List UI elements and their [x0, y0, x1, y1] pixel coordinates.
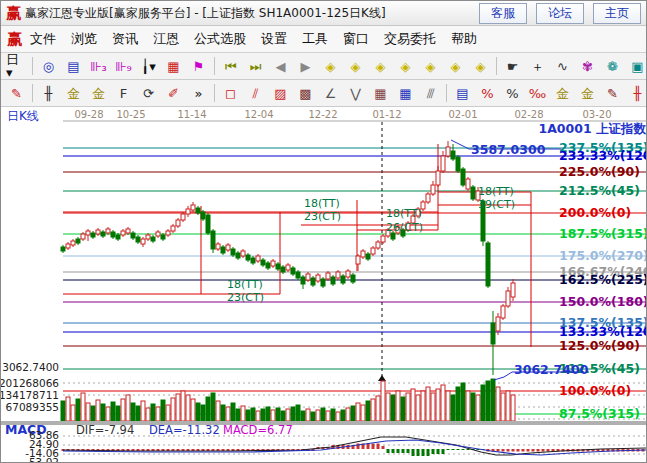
- menu-item-trade-order[interactable]: 交易委托: [377, 28, 443, 50]
- candle-body: [101, 232, 105, 236]
- gann-diamond-6-icon[interactable]: ◈: [444, 55, 467, 78]
- forum-button[interactable]: 论坛: [536, 3, 584, 24]
- menu-item-help[interactable]: 帮助: [444, 28, 484, 50]
- fan-lines-icon[interactable]: ⫽: [244, 82, 267, 105]
- cycle-annotation: 18(TT): [227, 278, 263, 291]
- prev-icon[interactable]: ◀: [269, 55, 292, 78]
- menu-item-browse[interactable]: 浏览: [64, 28, 104, 50]
- left-price-label: 3062.7400: [2, 361, 59, 373]
- draw-brush-icon[interactable]: ✎: [5, 82, 28, 105]
- candle-body: [371, 248, 375, 254]
- menu-item-settings[interactable]: 设置: [254, 28, 294, 50]
- candle-body: [451, 151, 455, 159]
- macd-hist-bar: [517, 449, 520, 452]
- quote-list-icon[interactable]: ▤: [62, 55, 85, 78]
- gann-gold-grid-icon[interactable]: 金: [62, 82, 85, 105]
- volume-bar: [101, 404, 105, 421]
- gold-circle-icon[interactable]: 金: [551, 82, 574, 105]
- volume-bar: [301, 411, 305, 421]
- volume-bar: [216, 401, 220, 421]
- rect-tool-icon[interactable]: ◻: [219, 82, 242, 105]
- gold-lines-icon[interactable]: 金: [576, 82, 599, 105]
- grid-box-blue-icon[interactable]: ▦: [394, 82, 417, 105]
- candle-body: [146, 235, 150, 239]
- price-ruler-icon[interactable]: ▤: [451, 82, 474, 105]
- hand-tool-icon[interactable]: ☛: [501, 55, 524, 78]
- zigzag-icon[interactable]: ⋁: [344, 82, 367, 105]
- gann-diamond-7-icon[interactable]: ◈: [469, 55, 492, 78]
- volume-bar: [476, 395, 480, 421]
- shaded-box-icon[interactable]: ▨: [269, 82, 292, 105]
- x-axis-date: 12-04: [244, 109, 273, 120]
- macd-hist-bar: [537, 449, 540, 452]
- next-icon[interactable]: ▶: [294, 55, 317, 78]
- spiral-icon[interactable]: ⟳: [137, 82, 160, 105]
- volume-bar: [211, 393, 215, 421]
- menu-item-tools[interactable]: 工具: [295, 28, 335, 50]
- percent-icon[interactable]: %: [501, 82, 524, 105]
- last-page-icon[interactable]: ⏭: [244, 55, 267, 78]
- brush2-icon[interactable]: ✎: [601, 82, 624, 105]
- hatch-box-icon[interactable]: ▩: [294, 82, 317, 105]
- gann-diamond-1-icon[interactable]: ◈: [319, 55, 342, 78]
- candle-body: [266, 263, 270, 268]
- gann-level-label: 233.33%(120): [559, 148, 647, 163]
- service-button[interactable]: 客服: [479, 3, 527, 24]
- trendline-icon[interactable]: ∿: [551, 55, 574, 78]
- analysis-icon[interactable]: ❁: [601, 55, 624, 78]
- candle-style-dropdown[interactable]: ╽▾: [137, 55, 160, 78]
- bars-3-icon[interactable]: ⊪₃: [87, 55, 110, 78]
- first-page-icon[interactable]: ⏮: [219, 55, 242, 78]
- pencil-grid-icon[interactable]: ✐: [162, 82, 185, 105]
- gann-diamond-5-icon[interactable]: ◈: [419, 55, 442, 78]
- gann-diamond-3-icon[interactable]: ◈: [369, 55, 392, 78]
- volume-bar: [281, 411, 285, 421]
- flag-icon[interactable]: ⚑: [187, 55, 210, 78]
- volume-bar: [221, 405, 225, 421]
- home-button[interactable]: 主页: [593, 3, 641, 24]
- pattern-icon[interactable]: ▦: [162, 55, 185, 78]
- volume-bar: [271, 410, 275, 421]
- candle-body: [81, 234, 85, 239]
- gann-gold-grid2-icon[interactable]: 金: [87, 82, 110, 105]
- candle-body: [256, 256, 260, 261]
- kline-chart[interactable]: 09-2810-2511-1412-0412-2201-1202-0102-28…: [1, 107, 647, 463]
- volume-bar: [416, 395, 420, 421]
- cycle-tool-icon[interactable]: ✾: [576, 55, 599, 78]
- period-dropdown[interactable]: 日 ▾: [5, 55, 28, 78]
- bars-9-icon[interactable]: ⊪₉: [112, 55, 135, 78]
- gann-level-label: 212.5%(45): [559, 183, 640, 198]
- grid-tool-icon[interactable]: ╫: [37, 82, 60, 105]
- menu-item-window[interactable]: 窗口: [336, 28, 376, 50]
- menu-item-file[interactable]: 文件: [23, 28, 63, 50]
- gann-diamond-2-icon[interactable]: ◈: [344, 55, 367, 78]
- percent-channel-icon[interactable]: %: [476, 82, 499, 105]
- red-grid-icon[interactable]: ╫: [626, 82, 646, 105]
- calendar-icon[interactable]: ▣: [626, 55, 646, 78]
- volume-bar: [496, 387, 500, 421]
- menu-item-gann[interactable]: 江恩: [146, 28, 186, 50]
- grid-box-icon[interactable]: ▦: [369, 82, 392, 105]
- volume-bar: [91, 406, 95, 421]
- menu-item-news[interactable]: 资讯: [105, 28, 145, 50]
- angle-lines-icon[interactable]: ∠: [319, 82, 342, 105]
- percent-lines-icon[interactable]: ‰: [526, 82, 549, 105]
- volume-bar: [311, 412, 315, 421]
- menu-item-formula-stock-pick[interactable]: 公式选股: [187, 28, 253, 50]
- volume-bar: [66, 397, 70, 421]
- network-icon[interactable]: ◎: [37, 55, 60, 78]
- more-tools-icon[interactable]: »: [187, 82, 210, 105]
- macd-hist-bar: [522, 449, 525, 452]
- parallel-lines-icon[interactable]: ⫻: [419, 82, 442, 105]
- app-logo: 赢: [6, 6, 21, 21]
- gann-diamond-4-icon[interactable]: ◈: [394, 55, 417, 78]
- macd-hist-bar: [452, 449, 455, 450]
- fib-grid-icon[interactable]: F: [112, 82, 135, 105]
- x-axis-date: 03-20: [582, 109, 611, 120]
- macd-hist-bar: [397, 449, 400, 453]
- crosshair-icon[interactable]: ＋: [526, 55, 549, 78]
- x-axis-date: 11-14: [177, 109, 206, 120]
- chart-area[interactable]: 09-2810-2511-1412-0412-2201-1202-0102-28…: [1, 107, 647, 463]
- panel-label: 日K线: [7, 109, 39, 123]
- candle-body: [501, 306, 505, 318]
